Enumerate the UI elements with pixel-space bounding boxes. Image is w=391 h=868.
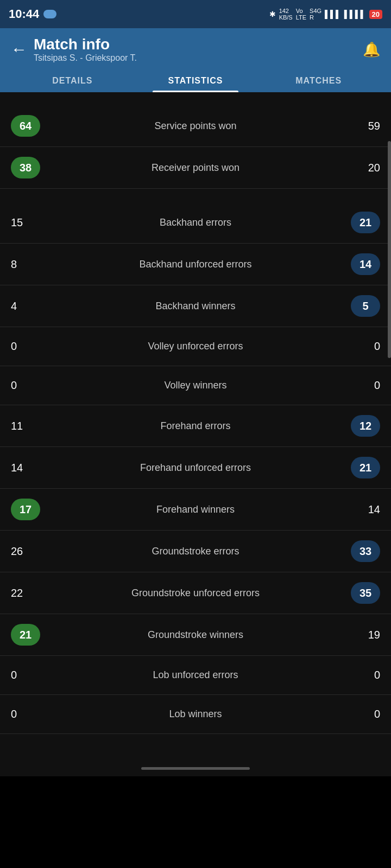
- left-value-groundstroke-unforced-errors: 22: [11, 587, 23, 599]
- tab-statistics[interactable]: STATISTICS: [134, 68, 257, 92]
- right-value-receiver-points-won: 20: [368, 162, 380, 174]
- stat-label-volley-winners: Volley winners: [60, 380, 331, 391]
- back-button[interactable]: ←: [11, 40, 27, 59]
- home-indicator: [141, 767, 250, 770]
- right-value-volley-winners: 0: [374, 379, 380, 392]
- right-value-forehand-winners: 14: [368, 503, 380, 516]
- stat-row-lob-winners: 0 Lob winners 0: [0, 695, 391, 734]
- cloud-icon: [43, 10, 56, 18]
- left-value-lob-winners: 0: [11, 708, 17, 720]
- right-badge-forehand-unforced-errors: 21: [351, 457, 380, 478]
- stat-row-volley-unforced-errors: 0 Volley unforced errors 0: [0, 327, 391, 366]
- page-title: Match info: [34, 36, 363, 53]
- right-value-service-points-won: 59: [368, 120, 380, 132]
- scrollbar[interactable]: [388, 141, 391, 358]
- stat-label-forehand-errors: Forehand errors: [60, 420, 331, 432]
- signal2-icon: ▌▌▌▌: [344, 10, 366, 18]
- stat-label-backhand-errors: Backhand errors: [60, 217, 331, 228]
- match-subtitle: Tsitsipas S. - Griekspoor T.: [34, 53, 363, 63]
- stat-row-groundstroke-winners: 21 Groundstroke winners 19: [0, 614, 391, 656]
- stat-label-lob-winners: Lob winners: [60, 709, 331, 720]
- stat-row-service-points-won: 64 Service points won 59: [0, 105, 391, 147]
- right-value-lob-winners: 0: [374, 708, 380, 720]
- tab-details[interactable]: DETAILS: [11, 68, 134, 92]
- right-badge-groundstroke-errors: 33: [351, 540, 380, 562]
- stat-row-groundstroke-unforced-errors: 22 Groundstroke unforced errors 35: [0, 572, 391, 614]
- left-value-volley-winners: 0: [11, 379, 17, 392]
- left-value-forehand-errors: 11: [11, 420, 23, 432]
- left-badge-forehand-winners: 17: [11, 499, 40, 520]
- left-value-backhand-winners: 4: [11, 300, 17, 312]
- left-value-volley-unforced-errors: 0: [11, 340, 17, 353]
- stat-row-forehand-errors: 11 Forehand errors 12: [0, 405, 391, 447]
- stat-label-groundstroke-errors: Groundstroke errors: [60, 546, 331, 557]
- stat-label-groundstroke-unforced-errors: Groundstroke unforced errors: [60, 588, 331, 599]
- left-badge-service-points-won: 64: [11, 115, 40, 137]
- left-value-backhand-unforced-errors: 8: [11, 258, 17, 271]
- stat-row-forehand-unforced-errors: 14 Forehand unforced errors 21: [0, 447, 391, 489]
- right-badge-groundstroke-unforced-errors: 35: [351, 582, 380, 604]
- stat-row-backhand-errors: 15 Backhand errors 21: [0, 202, 391, 244]
- left-value-backhand-errors: 15: [11, 216, 23, 229]
- tab-bar: DETAILS STATISTICS MATCHES: [11, 68, 380, 92]
- stat-row-forehand-winners: 17 Forehand winners 14: [0, 489, 391, 531]
- status-bar: 10:44 ✱ 142KB/S VoLTE S4GR ▌▌▌ ▌▌▌▌ 20: [0, 0, 391, 28]
- stat-label-forehand-winners: Forehand winners: [60, 504, 331, 515]
- stat-label-service-points-won: Service points won: [60, 120, 331, 132]
- stat-row-backhand-winners: 4 Backhand winners 5: [0, 285, 391, 327]
- right-badge-backhand-errors: 21: [351, 212, 380, 233]
- stat-label-volley-unforced-errors: Volley unforced errors: [60, 341, 331, 352]
- stat-label-receiver-points-won: Receiver points won: [60, 162, 331, 174]
- status-time: 10:44: [9, 7, 39, 21]
- left-value-forehand-unforced-errors: 14: [11, 462, 23, 474]
- right-badge-backhand-unforced-errors: 14: [351, 253, 380, 275]
- stats-content: 64 Service points won 59 38 Receiver poi…: [0, 92, 391, 760]
- stat-label-lob-unforced-errors: Lob unforced errors: [60, 669, 331, 681]
- right-value-volley-unforced-errors: 0: [374, 340, 380, 353]
- stat-label-backhand-winners: Backhand winners: [60, 301, 331, 312]
- 4g-icon: S4GR: [310, 8, 321, 21]
- status-icons: ✱ 142KB/S VoLTE S4GR ▌▌▌ ▌▌▌▌ 20: [269, 8, 382, 21]
- left-value-groundstroke-errors: 26: [11, 545, 23, 558]
- stat-row-backhand-unforced-errors: 8 Backhand unforced errors 14: [0, 244, 391, 285]
- left-value-lob-unforced-errors: 0: [11, 669, 17, 681]
- notification-bell-icon[interactable]: 🔔: [363, 41, 380, 58]
- stat-row-volley-winners: 0 Volley winners 0: [0, 366, 391, 405]
- stat-row-lob-unforced-errors: 0 Lob unforced errors 0: [0, 656, 391, 695]
- stat-row-receiver-points-won: 38 Receiver points won 20: [0, 147, 391, 189]
- stat-label-forehand-unforced-errors: Forehand unforced errors: [60, 462, 331, 474]
- tab-matches[interactable]: MATCHES: [257, 68, 380, 92]
- right-badge-backhand-winners: 5: [351, 295, 380, 317]
- volte-icon: VoLTE: [296, 8, 306, 21]
- stat-label-backhand-unforced-errors: Backhand unforced errors: [60, 259, 331, 270]
- stat-row-groundstroke-errors: 26 Groundstroke errors 33: [0, 531, 391, 572]
- left-badge-groundstroke-winners: 21: [11, 624, 40, 646]
- right-value-groundstroke-winners: 19: [368, 629, 380, 641]
- stat-label-groundstroke-winners: Groundstroke winners: [60, 629, 331, 641]
- bottom-bar: [0, 760, 391, 776]
- network-speed: 142KB/S: [279, 8, 293, 21]
- bluetooth-icon: ✱: [269, 10, 276, 18]
- signal-icon: ▌▌▌: [325, 10, 341, 18]
- right-badge-forehand-errors: 12: [351, 415, 380, 437]
- battery-indicator: 20: [369, 10, 382, 19]
- right-value-lob-unforced-errors: 0: [374, 669, 380, 681]
- header: ← Match info Tsitsipas S. - Griekspoor T…: [0, 28, 391, 92]
- left-badge-receiver-points-won: 38: [11, 157, 40, 178]
